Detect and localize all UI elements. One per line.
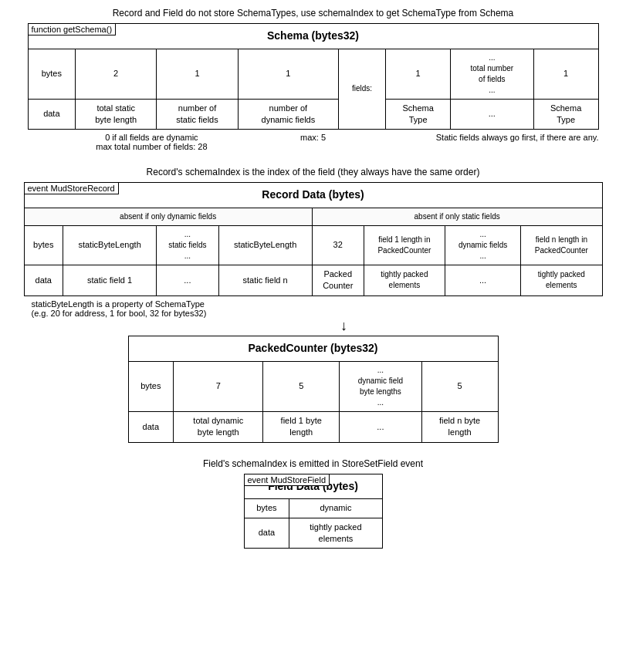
schema-data-schema-type1: SchemaType [386,99,451,130]
record-fieldn-length: field n length inPackedCounter [521,225,602,265]
record-field1-length: field 1 length inPackedCounter [364,225,445,265]
schema-note-left: 0 if all fields are dynamic max total nu… [28,133,276,151]
packed-data-label: data [128,411,174,442]
field-event-label: event MudStoreField [244,474,330,486]
record-note-static-byte: staticByteLength is a property of Schema… [32,299,603,309]
packed-fieldn-byte: field n bytelength [421,411,498,442]
schema-hdr-1c: 1 [386,49,451,99]
record-dynamic-dots: ... [445,265,521,295]
field-bytes-dynamic: dynamic [289,499,382,518]
record-table: Record Data (bytes) absent if only dynam… [24,182,603,295]
record-static-fields-dots: ...static fields... [157,225,218,265]
schema-note-max: max: 5 [276,133,350,151]
record-static-byte-length1: staticByteLength [63,225,157,265]
schema-hdr-dots: ...total numberof fields... [450,49,533,99]
field-data-label: data [244,518,289,549]
record-packed-counter: PackedCounter [312,265,364,295]
schema-hdr-bytes: bytes [28,49,76,99]
field-tightly-packed: tightly packedelements [289,518,382,549]
schema-note-dynamic: 0 if all fields are dynamic [105,133,198,142]
record-event-label: event MudStoreRecord [24,182,119,194]
field-data-section: Field's schemaIndex is emitted in StoreS… [8,458,618,549]
packed-counter-title: PackedCounter (bytes32) [128,336,498,362]
schema-fields-label: fields: [338,49,385,130]
schema-note-static-first: Static fields always go first, if there … [436,133,599,142]
packed-field1-byte: field 1 bytelength [263,411,340,442]
schema-hdr-2: 2 [76,49,157,99]
schema-data-schema-dots: ... [450,99,533,130]
schema-data-schema-type2: SchemaType [533,99,598,130]
record-tightly-packed-n: tightly packedelements [521,265,602,295]
field-bytes-label: bytes [244,499,289,518]
record-caption: Record's schemaIndex is the index of the… [8,167,618,177]
record-static-field-n: static field n [218,265,312,295]
record-notes: staticByteLength is a property of Schema… [24,299,603,318]
record-data-label: data [24,265,63,295]
record-tightly-packed-1: tightly packedelements [364,265,445,295]
packed-total-dynamic: total dynamicbyte length [174,411,263,442]
schema-section: Record and Field do not store SchemaType… [8,8,618,151]
packed-bytes-7: 7 [174,361,263,411]
schema-caption: Record and Field do not store SchemaType… [8,8,618,19]
schema-notes: 0 if all fields are dynamic max total nu… [28,133,599,151]
schema-data-num-dynamic: number ofdynamic fields [238,99,338,130]
arrow-down-icon: ↓ [340,318,347,335]
schema-container: function getSchema() Schema (bytes32) by… [28,23,599,151]
record-static-field-1: static field 1 [63,265,157,295]
schema-hdr-1d: 1 [533,49,598,99]
packed-counter-table: PackedCounter (bytes32) bytes 7 5 ...dyn… [128,336,499,442]
schema-func-label: function getSchema() [28,23,117,35]
arrow-area: ↓ [54,318,618,335]
record-dynamic-fields-dots: ...dynamic fields... [445,225,521,265]
packed-counter-container: PackedCounter (bytes32) bytes 7 5 ...dyn… [128,336,499,442]
packed-bytes-5b: 5 [421,361,498,411]
schema-data-label: data [28,99,76,130]
field-data-container: event MudStoreField Field Data (bytes) b… [244,474,383,549]
schema-data-total-static: total staticbyte length [76,99,157,130]
record-32: 32 [312,225,364,265]
schema-note-right: Static fields always go first, if there … [350,133,599,151]
record-absent-dynamic: absent if only dynamic fields [24,208,312,225]
schema-table: Schema (bytes32) bytes 2 1 1 fields: 1 .… [28,23,599,130]
schema-data-num-static: number ofstatic fields [157,99,239,130]
record-static-field-dots: ... [157,265,218,295]
schema-note-max-fields: max total number of fields: 28 [96,142,207,151]
record-absent-static: absent if only static fields [312,208,602,225]
packed-bytes-5a: 5 [263,361,340,411]
schema-hdr-1b: 1 [238,49,338,99]
packed-bytes-dots: ...dynamic fieldbyte lengths... [340,361,422,411]
record-container: event MudStoreRecord Record Data (bytes)… [24,182,603,317]
record-bytes-label: bytes [24,225,63,265]
schema-hdr-1a: 1 [157,49,239,99]
packed-bytes-label: bytes [128,361,174,411]
packed-dynamic-dots: ... [340,411,422,442]
record-static-byte-length2: staticByteLength [218,225,312,265]
record-section: Record's schemaIndex is the index of the… [8,167,618,442]
record-note-example: (e.g. 20 for address, 1 for bool, 32 for… [32,309,603,318]
field-caption: Field's schemaIndex is emitted in StoreS… [8,458,618,469]
